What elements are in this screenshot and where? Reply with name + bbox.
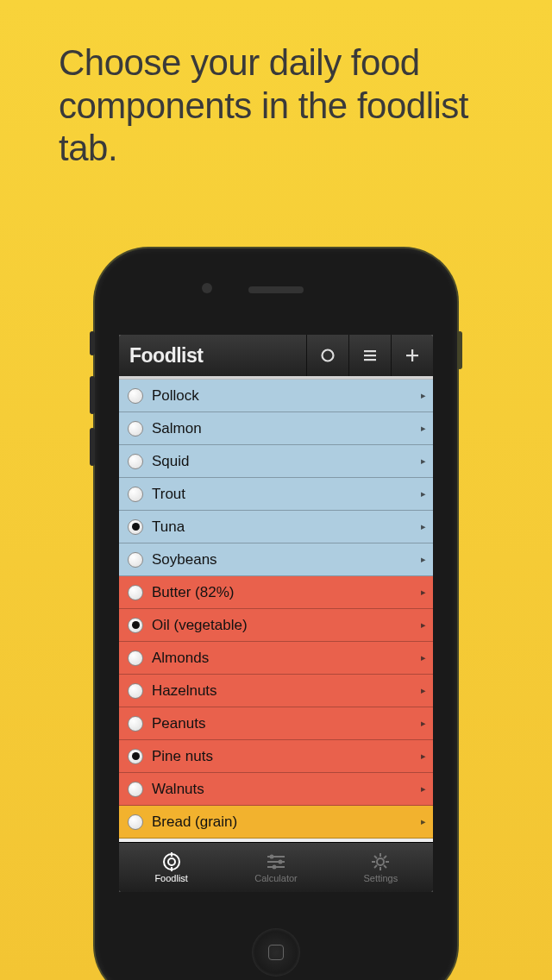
tab-label: Calculator: [254, 873, 298, 883]
add-button[interactable]: [392, 335, 433, 376]
tab-foodlist[interactable]: Foodlist: [119, 843, 223, 892]
food-row[interactable]: Pollock▸: [119, 380, 433, 412]
food-row[interactable]: Almonds▸: [119, 642, 433, 675]
settings-icon: [370, 852, 391, 871]
selection-radio[interactable]: [128, 683, 143, 699]
selection-radio[interactable]: [128, 552, 143, 568]
menu-button[interactable]: [349, 335, 391, 376]
selection-radio[interactable]: [128, 388, 143, 404]
food-row[interactable]: Soybeans▸: [119, 543, 433, 576]
food-label: Butter (82%): [152, 584, 417, 601]
disclosure-arrow-icon: ▸: [421, 751, 426, 762]
svg-point-0: [323, 350, 334, 361]
calculator-icon: [266, 852, 286, 871]
tab-calculator[interactable]: Calculator: [223, 843, 328, 892]
svg-rect-9: [171, 867, 172, 871]
food-row[interactable]: Peanuts▸: [119, 707, 433, 740]
svg-point-15: [272, 864, 276, 869]
phone-speaker: [248, 286, 304, 293]
disclosure-arrow-icon: ▸: [421, 652, 426, 663]
volume-up-button: [90, 376, 95, 414]
svg-point-16: [377, 858, 384, 865]
food-row[interactable]: Walnuts▸: [119, 773, 433, 806]
filter-circle-button[interactable]: [307, 335, 348, 376]
disclosure-arrow-icon: ▸: [421, 816, 426, 827]
svg-point-14: [278, 859, 282, 864]
svg-point-7: [168, 858, 175, 865]
home-button[interactable]: [252, 928, 300, 977]
food-label: Squid: [152, 453, 417, 470]
mute-switch: [90, 331, 95, 355]
svg-line-21: [374, 856, 377, 858]
selection-radio[interactable]: [128, 814, 143, 830]
disclosure-arrow-icon: ▸: [421, 390, 426, 401]
disclosure-arrow-icon: ▸: [421, 521, 426, 532]
food-row[interactable]: Trout▸: [119, 478, 433, 511]
food-list[interactable]: Pollock▸Salmon▸Squid▸Trout▸Tuna▸Soybeans…: [119, 380, 433, 839]
disclosure-arrow-icon: ▸: [421, 587, 426, 598]
svg-point-13: [269, 854, 273, 858]
food-label: Pollock: [152, 387, 417, 405]
svg-rect-5: [406, 355, 418, 356]
plus-icon: [404, 347, 421, 364]
phone-screen: Foodlist Pollock▸Salm: [119, 335, 433, 892]
tab-bar: Foodlist Calculator: [119, 842, 433, 892]
disclosure-arrow-icon: ▸: [421, 685, 426, 696]
svg-line-24: [374, 865, 377, 868]
selection-radio[interactable]: [128, 519, 143, 535]
selection-radio[interactable]: [128, 421, 143, 437]
page-title: Foodlist: [119, 335, 306, 376]
food-label: Pine nuts: [152, 748, 417, 765]
disclosure-arrow-icon: ▸: [421, 554, 426, 565]
selection-radio[interactable]: [128, 782, 143, 797]
food-label: Hazelnuts: [152, 682, 417, 700]
volume-down-button: [90, 428, 95, 466]
food-label: Peanuts: [152, 715, 417, 732]
selection-radio[interactable]: [128, 716, 143, 732]
selection-radio[interactable]: [128, 650, 143, 666]
selection-radio[interactable]: [128, 618, 143, 633]
selection-radio[interactable]: [128, 585, 143, 600]
svg-rect-2: [364, 355, 376, 356]
svg-line-23: [384, 856, 386, 858]
circle-icon: [319, 347, 336, 364]
svg-line-22: [384, 865, 386, 868]
selection-radio[interactable]: [128, 454, 143, 469]
food-row[interactable]: Pine nuts▸: [119, 740, 433, 773]
food-label: Oil (vegetable): [152, 617, 417, 634]
tab-label: Settings: [363, 873, 398, 883]
food-row[interactable]: Oil (vegetable)▸: [119, 609, 433, 642]
disclosure-arrow-icon: ▸: [421, 718, 426, 729]
tab-settings[interactable]: Settings: [329, 843, 433, 892]
top-bar: Foodlist: [119, 335, 433, 376]
promo-headline: Choose your daily food components in the…: [59, 41, 493, 170]
food-label: Walnuts: [152, 781, 417, 798]
food-label: Bread (grain): [152, 814, 417, 831]
disclosure-arrow-icon: ▸: [421, 423, 426, 434]
food-row[interactable]: Hazelnuts▸: [119, 675, 433, 707]
disclosure-arrow-icon: ▸: [421, 488, 426, 499]
food-row[interactable]: Squid▸: [119, 445, 433, 478]
svg-rect-3: [364, 359, 376, 361]
food-label: Soybeans: [152, 551, 417, 569]
disclosure-arrow-icon: ▸: [421, 455, 426, 467]
svg-rect-1: [364, 350, 376, 352]
svg-rect-8: [171, 852, 172, 857]
food-label: Trout: [152, 486, 417, 503]
selection-radio[interactable]: [128, 487, 143, 502]
food-row[interactable]: Salmon▸: [119, 412, 433, 445]
phone-camera: [202, 283, 212, 293]
power-button: [457, 331, 462, 369]
selection-radio[interactable]: [128, 749, 143, 764]
food-row[interactable]: Bread (grain)▸: [119, 806, 433, 839]
tab-label: Foodlist: [154, 873, 188, 883]
food-label: Salmon: [152, 420, 417, 437]
phone-frame: Foodlist Pollock▸Salm: [95, 248, 457, 980]
food-row[interactable]: Tuna▸: [119, 511, 433, 543]
menu-icon: [361, 347, 379, 364]
food-label: Almonds: [152, 650, 417, 667]
food-row[interactable]: Butter (82%)▸: [119, 576, 433, 609]
food-label: Tuna: [152, 518, 417, 536]
disclosure-arrow-icon: ▸: [421, 619, 426, 631]
foodlist-icon: [161, 852, 182, 871]
